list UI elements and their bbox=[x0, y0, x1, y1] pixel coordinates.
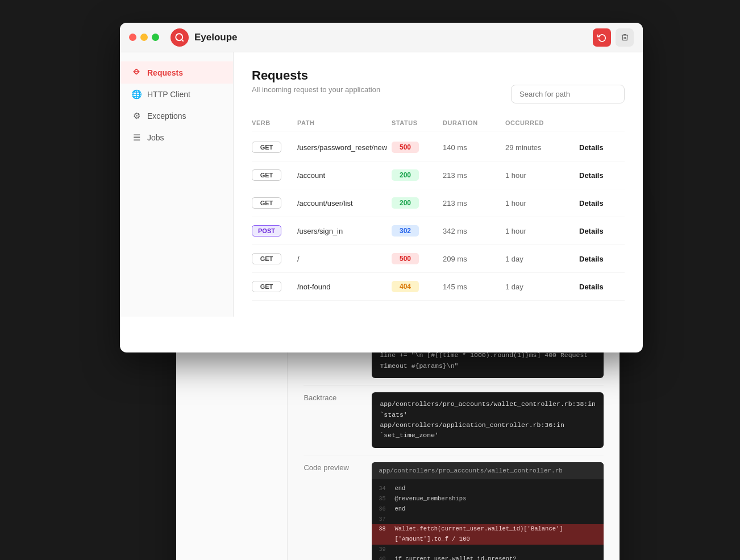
table-row[interactable]: GET /not-found 404 145 ms 1 day Details bbox=[252, 273, 625, 301]
line-content: if current_user.wallet_id.present? bbox=[390, 554, 604, 560]
details-link[interactable]: Details bbox=[579, 227, 625, 235]
page-title: Requests bbox=[252, 68, 625, 83]
duration-cell: 140 ms bbox=[443, 143, 505, 152]
sidebar-item-jobs[interactable]: ☰ Jobs bbox=[120, 127, 233, 148]
requests-table: GET /users/password_reset/new 500 140 ms… bbox=[252, 134, 625, 301]
table-row[interactable]: GET /users/password_reset/new 500 140 ms… bbox=[252, 134, 625, 161]
code-line: 36 end bbox=[372, 504, 604, 515]
occurred-cell: 29 minutes bbox=[505, 143, 579, 152]
verb-badge: GET bbox=[252, 253, 281, 264]
code-preview-wrapper: app/controllers/pro_accounts/wallet_cont… bbox=[372, 462, 604, 560]
path-cell: /not-found bbox=[297, 283, 392, 291]
verb-badge: POST bbox=[252, 225, 281, 237]
table-row[interactable]: GET /account 200 213 ms 1 hour Details bbox=[252, 161, 625, 189]
code-line: 34 end bbox=[372, 484, 604, 494]
verb-cell: GET bbox=[252, 253, 297, 264]
verb-badge: GET bbox=[252, 169, 281, 181]
duration-cell: 145 ms bbox=[443, 283, 505, 291]
line-number: 38 bbox=[372, 524, 390, 545]
sidebar-label-http: HTTP Client bbox=[147, 90, 190, 99]
app-body: Requests 🌐 HTTP Client ⚙ Exceptions ☰ Jo… bbox=[120, 52, 643, 317]
occurred-cell: 1 hour bbox=[505, 227, 579, 235]
backtrace-code: app/controllers/pro_accounts/wallet_cont… bbox=[372, 392, 604, 448]
line-number: 36 bbox=[372, 504, 390, 515]
status-cell: 404 bbox=[392, 281, 443, 292]
jobs-icon: ☰ bbox=[131, 132, 142, 143]
detail-row-backtrace: Backtrace app/controllers/pro_accounts/w… bbox=[304, 385, 604, 455]
details-link[interactable]: Details bbox=[579, 255, 625, 263]
line-number: 34 bbox=[372, 484, 390, 494]
detail-row-code-preview: Code preview app/controllers/pro_account… bbox=[304, 455, 604, 560]
verb-cell: GET bbox=[252, 142, 297, 153]
sidebar-item-exceptions[interactable]: ⚙ Exceptions bbox=[120, 105, 233, 127]
verb-badge: GET bbox=[252, 281, 281, 292]
status-badge: 500 bbox=[392, 142, 419, 153]
details-link[interactable]: Details bbox=[579, 283, 625, 291]
col-duration: DURATION bbox=[443, 119, 505, 126]
code-line: 35 @revenue_memberships bbox=[372, 494, 604, 504]
occurred-cell: 1 day bbox=[505, 255, 579, 263]
main-content: Requests All incoming request to your ap… bbox=[234, 52, 643, 317]
delete-button[interactable] bbox=[616, 28, 634, 47]
table-row[interactable]: GET / 500 209 ms 1 day Details bbox=[252, 245, 625, 273]
verb-cell: GET bbox=[252, 281, 297, 292]
line-number: 35 bbox=[372, 494, 390, 504]
path-cell: /users/password_reset/new bbox=[297, 143, 392, 152]
refresh-button[interactable] bbox=[593, 28, 611, 47]
occurred-cell: 1 hour bbox=[505, 171, 579, 180]
sidebar-label-requests: Requests bbox=[147, 68, 183, 77]
code-line: 38 Wallet.fetch(current_user.wallet_id)[… bbox=[372, 524, 604, 545]
duration-cell: 213 ms bbox=[443, 199, 505, 208]
app-logo: Eyeloupe bbox=[171, 28, 238, 47]
sidebar-label-exceptions: Exceptions bbox=[147, 111, 186, 121]
table-row[interactable]: POST /users/sign_in 302 342 ms 1 hour De… bbox=[252, 217, 625, 245]
status-badge: 404 bbox=[392, 281, 419, 292]
details-link[interactable]: Details bbox=[579, 143, 625, 152]
path-cell: /account/user/list bbox=[297, 199, 392, 208]
details-link[interactable]: Details bbox=[579, 171, 625, 180]
line-content bbox=[390, 515, 604, 524]
duration-cell: 213 ms bbox=[443, 171, 505, 180]
col-occurred: OCCURRED bbox=[505, 119, 579, 126]
col-verb: VERB bbox=[252, 119, 297, 126]
close-button[interactable] bbox=[129, 34, 136, 41]
col-action bbox=[579, 119, 625, 126]
sidebar-item-requests[interactable]: Requests bbox=[120, 61, 233, 84]
details-link[interactable]: Details bbox=[579, 199, 625, 208]
line-content bbox=[390, 545, 604, 554]
search-input[interactable] bbox=[511, 85, 625, 103]
titlebar: Eyeloupe bbox=[120, 23, 643, 52]
sidebar-label-jobs: Jobs bbox=[147, 133, 164, 142]
table-row[interactable]: GET /account/user/list 200 213 ms 1 hour… bbox=[252, 189, 625, 217]
code-preview-block: app/controllers/pro_accounts/wallet_cont… bbox=[372, 462, 604, 560]
main-window: Eyeloupe bbox=[120, 23, 643, 352]
sidebar: Requests 🌐 HTTP Client ⚙ Exceptions ☰ Jo… bbox=[120, 52, 234, 317]
maximize-button[interactable] bbox=[152, 34, 159, 41]
status-badge: 200 bbox=[392, 197, 419, 209]
line-content: end bbox=[390, 484, 604, 494]
minimize-button[interactable] bbox=[140, 34, 148, 41]
status-badge: 200 bbox=[392, 169, 419, 181]
path-cell: /account bbox=[297, 171, 392, 180]
verb-badge: GET bbox=[252, 142, 281, 153]
path-cell: /users/sign_in bbox=[297, 227, 392, 235]
line-number: 37 bbox=[372, 515, 390, 524]
sidebar-item-http-client[interactable]: 🌐 HTTP Client bbox=[120, 84, 233, 105]
line-content: end bbox=[390, 504, 604, 515]
app-logo-icon bbox=[171, 28, 189, 47]
occurred-cell: 1 day bbox=[505, 283, 579, 291]
code-preview-lines: 34 end 35 @revenue_memberships 36 end 37… bbox=[372, 479, 604, 560]
code-line: 39 bbox=[372, 545, 604, 554]
status-cell: 500 bbox=[392, 253, 443, 264]
titlebar-actions bbox=[593, 28, 634, 47]
duration-cell: 209 ms bbox=[443, 255, 505, 263]
line-number: 39 bbox=[372, 545, 390, 554]
verb-cell: GET bbox=[252, 169, 297, 181]
backtrace-label: Backtrace bbox=[304, 392, 372, 402]
verb-badge: GET bbox=[252, 197, 281, 209]
status-cell: 200 bbox=[392, 197, 443, 209]
app-name: Eyeloupe bbox=[194, 32, 238, 43]
verb-cell: GET bbox=[252, 197, 297, 209]
status-cell: 302 bbox=[392, 225, 443, 237]
requests-icon bbox=[131, 67, 142, 78]
